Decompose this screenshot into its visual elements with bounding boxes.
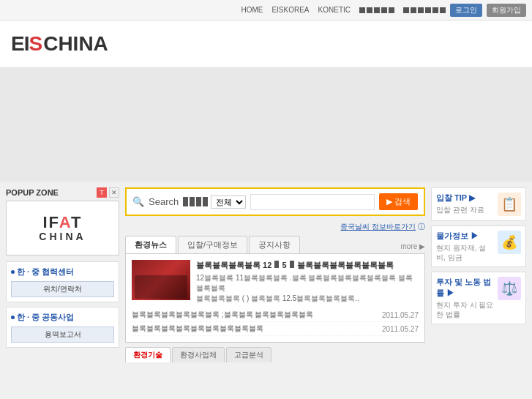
entry-tip-sub: 입찰 관련 자료: [436, 205, 495, 215]
search-label: Search: [149, 196, 179, 207]
header: EIS CHINA: [0, 20, 532, 68]
bottom-tab-tech[interactable]: 환경기술: [125, 347, 171, 362]
news-small-list: 블록블록블록블록블록블록 ;블록블록 블록블록블록블록 2011.05.27 블…: [132, 308, 419, 336]
search-input[interactable]: [250, 194, 375, 210]
more-link[interactable]: more ▶: [400, 242, 425, 253]
news-main-item: 블록블록블록블록 12 5 블록블록블록블록블록블록 12블록블록 11블록블록…: [132, 260, 419, 304]
nav-blocks-2: [403, 7, 446, 13]
eiskorea-link[interactable]: EISKOREA: [271, 6, 309, 14]
logo: EIS CHINA: [11, 32, 108, 56]
invest-law-title[interactable]: 투자 및 노동 법률 ▶: [436, 277, 495, 299]
invest-law-card: 투자 및 노동 법률 ▶ 현지 투자 시 필요한 법률 ⚖️: [431, 272, 526, 324]
search-button[interactable]: ▶검색: [379, 193, 418, 210]
popup-zone-title: POPUP ZONE: [6, 188, 59, 197]
home-link[interactable]: HOME: [241, 6, 263, 14]
banner-area: [0, 68, 532, 182]
center-content: 🔍 Search 전체 제목 내용 ▶검색 중: [125, 187, 425, 399]
logo-eis: EIS: [11, 32, 42, 56]
search-dropdown-wrapper: 전체 제목 내용: [183, 195, 246, 209]
tab-notices[interactable]: 공지사항: [249, 236, 300, 253]
left-sidebar: POPUP ZONE T ✕ IFAT CHINA 한 · 중 협력센터 위치/…: [6, 187, 119, 399]
news-main-desc: 12블록블록 11블록블록블록 .블록 블록블록블록블록블록블록 블록블록블록 …: [196, 273, 419, 304]
search-block-icons: [183, 197, 208, 206]
bottom-tab-analysis[interactable]: 고급분석: [226, 347, 271, 362]
tab-env-news[interactable]: 환경뉴스: [125, 236, 176, 253]
bottom-tab-companies[interactable]: 환경사업체: [172, 347, 225, 362]
logo-china: CHINA: [43, 32, 108, 56]
search-category-select[interactable]: 전체 제목 내용: [211, 195, 246, 209]
price-info-icon: 💰: [498, 231, 521, 254]
price-info-card: 물가정보 ▶ 현지 원자재, 설비, 임금 💰: [431, 225, 526, 267]
popup-zone-header: POPUP ZONE T ✕: [6, 187, 119, 198]
news-small-title-2[interactable]: 블록블록블록블록블록블록블록블록블록: [132, 324, 378, 334]
entry-tip-icon: 📋: [498, 193, 521, 216]
news-small-date-1: 2011.05.27: [382, 311, 419, 319]
price-info-sub: 현지 원자재, 설비, 임금: [436, 243, 495, 262]
news-small-title-1[interactable]: 블록블록블록블록블록블록 ;블록블록 블록블록블록블록: [132, 310, 378, 320]
nav-blocks: [359, 7, 394, 13]
news-small-date-2: 2011.05.27: [382, 325, 419, 333]
top-nav-bar: HOME EISKOREA KONETIC 로그인 회원가입: [0, 0, 532, 20]
list-item: 블록블록블록블록블록블록블록블록블록 2011.05.27: [132, 322, 419, 336]
news-tabs: 환경뉴스 입찰/구매정보 공지사항: [125, 236, 300, 253]
china-weather-link[interactable]: 중국날씨 정보바로가기 ⓘ: [125, 222, 425, 232]
list-item: 블록블록블록블록블록블록 ;블록블록 블록블록블록블록 2011.05.27: [132, 308, 419, 322]
main-content: POPUP ZONE T ✕ IFAT CHINA 한 · 중 협력센터 위치/…: [0, 182, 532, 399]
search-box: 🔍 Search 전체 제목 내용 ▶검색: [125, 187, 425, 216]
joint-business-section: 한 · 중 공동사업 용역보고서: [6, 307, 119, 348]
news-tab-bar: 환경뉴스 입찰/구매정보 공지사항 more ▶: [125, 236, 425, 253]
popup-zone-controls: T ✕: [97, 187, 119, 198]
cooperation-center-section: 한 · 중 협력센터 위치/연락처: [6, 261, 119, 302]
search-btn-icon: ▶: [386, 197, 392, 206]
register-button[interactable]: 회원가입: [487, 4, 526, 17]
news-thumbnail: [132, 260, 190, 300]
location-contact-button[interactable]: 위치/연락처: [11, 281, 114, 297]
bottom-tabs: 환경기술 환경사업체 고급분석: [125, 347, 425, 362]
tab-bidding[interactable]: 입찰/구매정보: [178, 236, 247, 253]
news-main-text: 블록블록블록블록 12 5 블록블록블록블록블록블록 12블록블록 11블록블록…: [196, 260, 419, 304]
ifat-title: IFAT: [42, 215, 82, 231]
invest-law-icon: ⚖️: [498, 277, 521, 300]
ifat-banner: IFAT CHINA: [6, 201, 119, 256]
konetic-link[interactable]: KONETIC: [318, 6, 351, 14]
report-button[interactable]: 용역보고서: [11, 327, 114, 343]
news-main-title: 블록블록블록블록 12 5 블록블록블록블록블록블록: [196, 260, 419, 271]
login-button[interactable]: 로그인: [450, 4, 482, 17]
ifat-subtitle: CHINA: [39, 231, 86, 242]
entry-tip-title[interactable]: 입찰 TIP ▶: [436, 193, 495, 204]
cooperation-center-title: 한 · 중 협력센터: [11, 266, 114, 277]
entry-tip-card: 입찰 TIP ▶ 입찰 관련 자료 📋: [431, 187, 526, 221]
search-icon: 🔍: [132, 196, 144, 207]
invest-law-sub: 현지 투자 시 필요한 법률: [436, 300, 495, 319]
right-sidebar: 입찰 TIP ▶ 입찰 관련 자료 📋 물가정보 ▶ 현지 원자재, 설비, 임…: [431, 187, 526, 399]
popup-zone-t-icon[interactable]: T: [97, 187, 107, 198]
price-info-title[interactable]: 물가정보 ▶: [436, 231, 495, 242]
news-content-area: 블록블록블록블록 12 5 블록블록블록블록블록블록 12블록블록 11블록블록…: [125, 253, 425, 343]
popup-zone-close-icon[interactable]: ✕: [109, 187, 119, 198]
joint-business-title: 한 · 중 공동사업: [11, 312, 114, 323]
